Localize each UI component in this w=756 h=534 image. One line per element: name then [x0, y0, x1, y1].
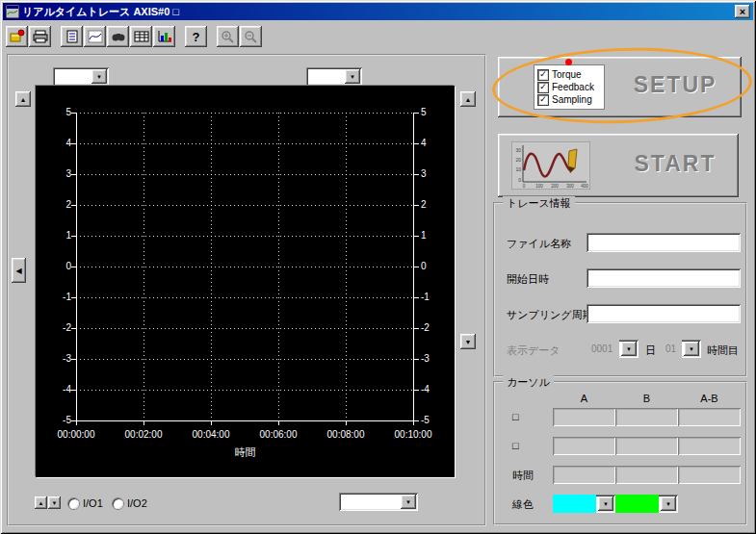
document-icon: [65, 30, 80, 43]
print-button[interactable]: [29, 26, 51, 47]
tick: [71, 113, 76, 114]
sampling-period-field[interactable]: [587, 304, 741, 323]
cursor-time-label: 時間: [512, 469, 534, 483]
cursor-value-cell: [678, 408, 741, 426]
hour-unit-label: 時間目: [707, 343, 739, 358]
cursor-group: カーソル A B A-B □ □ 時間 線色 ▼ ▼: [493, 381, 747, 525]
toolbar-separator: [52, 26, 61, 47]
toolbar: ?: [6, 25, 263, 48]
toolbar-button-grid[interactable]: [130, 26, 152, 47]
close-button[interactable]: ×: [735, 5, 750, 18]
window-title: リアルタイムトレース AXIS#0 □: [22, 5, 732, 19]
radio-io2[interactable]: I/O2: [113, 497, 147, 509]
toolbar-button-color-chart[interactable]: [153, 26, 175, 47]
line-color-combo-b[interactable]: ▼: [615, 495, 678, 513]
zoom-in-button[interactable]: [217, 26, 239, 47]
title-bar[interactable]: リアルタイムトレース AXIS#0 □ ×: [3, 3, 753, 20]
cursor-value-cell: [615, 408, 678, 426]
tick: [414, 236, 419, 237]
checkbox-icon: ✓: [538, 83, 548, 92]
hour-combo[interactable]: 01 ▼: [661, 340, 701, 358]
help-button[interactable]: ?: [185, 26, 207, 47]
channel-combo-right[interactable]: ▼: [306, 67, 362, 86]
y-axis-tick-label: -5: [421, 415, 452, 426]
toolbar-separator: [176, 26, 185, 47]
checkbox-icon: ✓: [538, 95, 548, 105]
start-time-field[interactable]: [587, 268, 741, 288]
setup-checkbox-list: ✓Torque✓Feedback✓Sampling: [534, 64, 605, 110]
y-axis-tick-label: -4: [41, 384, 71, 395]
scroll-up-small-button[interactable]: ▲: [35, 496, 47, 509]
tick: [211, 421, 212, 425]
app-window: リアルタイムトレース AXIS#0 □ × ? ▼ ▼ ▲ ◀ ▲ ▼: [0, 0, 756, 534]
svg-text:300: 300: [566, 184, 574, 189]
gridline: [76, 205, 414, 206]
gridline: [76, 174, 414, 175]
combo-value: [306, 67, 343, 86]
sampling-period-label: サンプリング周期: [507, 308, 593, 322]
curve-icon: [88, 30, 103, 43]
dropdown-arrow-icon: ▼: [345, 69, 360, 84]
cursor-row-label-2: □: [512, 440, 519, 451]
record-dot: [565, 59, 572, 65]
tick: [414, 267, 419, 267]
day-unit-label: 日: [645, 343, 656, 358]
dropdown-arrow-icon: ▼: [684, 342, 699, 356]
toolbar-button-cube[interactable]: [6, 26, 28, 47]
tick: [76, 421, 77, 425]
help-icon: ?: [193, 30, 200, 44]
cursor-value-cell: [553, 437, 615, 455]
setup-checkbox-sampling[interactable]: ✓Sampling: [538, 93, 604, 106]
toolbar-button-document[interactable]: [61, 26, 83, 47]
tick: [346, 421, 347, 425]
bottom-combo[interactable]: ▼: [339, 493, 418, 511]
axis-slider-left-button[interactable]: ◀: [12, 258, 26, 283]
day-combo[interactable]: 0001 ▼: [587, 340, 639, 358]
start-label: START: [621, 151, 729, 177]
radio-io1[interactable]: I/O1: [68, 497, 103, 509]
scroll-down-small-button[interactable]: ▼: [48, 496, 61, 509]
cursor-value-cell: [553, 466, 615, 484]
dropdown-arrow-icon: ▼: [621, 342, 637, 356]
column-header-b: B: [615, 393, 678, 404]
combo-value: [339, 493, 399, 511]
up-arrow-icon: ▲: [20, 96, 27, 103]
toolbar-button-curve[interactable]: [84, 26, 106, 47]
cursor-value-cell: [678, 437, 741, 455]
scroll-down-right-button[interactable]: ▼: [460, 334, 476, 349]
tick: [414, 359, 419, 360]
checkbox-label: Torque: [552, 69, 582, 80]
tick: [71, 359, 76, 360]
color-swatch-green: [615, 495, 659, 513]
start-button[interactable]: 30 20 10 0 0 100 200 300 400 START: [498, 134, 739, 197]
tick: [414, 174, 419, 175]
tick: [71, 267, 76, 267]
left-arrow-icon: ◀: [15, 267, 21, 275]
setup-label: SETUP: [621, 72, 729, 98]
setup-button[interactable]: ✓Torque✓Feedback✓Sampling SETUP: [498, 57, 742, 117]
setup-checkbox-torque[interactable]: ✓Torque: [538, 68, 604, 81]
time-axis-title: 時間: [76, 445, 414, 460]
scroll-up-right-button[interactable]: ▲: [460, 91, 476, 107]
cursor-value-cell: [553, 408, 615, 426]
scroll-up-left-button[interactable]: ▲: [15, 91, 31, 107]
setup-checkbox-feedback[interactable]: ✓Feedback: [538, 81, 604, 93]
y-axis-tick-label: -3: [421, 353, 452, 365]
toolbar-button-binoculars[interactable]: [107, 26, 129, 47]
svg-text:200: 200: [551, 184, 559, 189]
checkbox-label: Feedback: [552, 82, 594, 92]
down-arrow-icon: ▼: [52, 500, 58, 506]
combo-value: [53, 67, 90, 86]
column-header-a-b: A-B: [678, 393, 741, 404]
y-axis-tick-label: -2: [41, 322, 71, 334]
cursor-row-label-1: □: [512, 411, 519, 422]
file-name-field[interactable]: [587, 233, 741, 252]
tick: [143, 421, 144, 425]
radio-label: I/O1: [83, 497, 103, 509]
channel-combo-left[interactable]: ▼: [53, 67, 109, 86]
x-axis-tick-label: 00:02:00: [117, 429, 170, 440]
tick: [414, 113, 419, 114]
cube-icon: [9, 29, 25, 44]
line-color-combo-a[interactable]: ▼: [553, 495, 615, 513]
zoom-out-button[interactable]: [240, 26, 262, 47]
